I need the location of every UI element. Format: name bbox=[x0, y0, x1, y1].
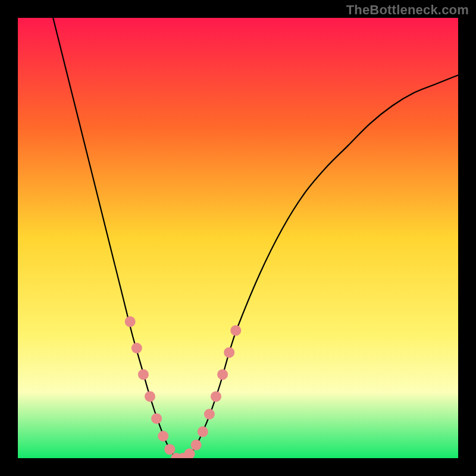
highlight-dot bbox=[138, 369, 149, 380]
highlight-dot bbox=[131, 343, 142, 353]
highlight-dot bbox=[145, 391, 155, 402]
highlight-dot bbox=[151, 413, 162, 424]
highlight-dot bbox=[125, 317, 136, 327]
highlight-dot bbox=[158, 431, 168, 441]
highlight-dot bbox=[230, 325, 241, 336]
highlight-dot bbox=[217, 369, 228, 380]
watermark-text: TheBottleneck.com bbox=[346, 2, 469, 18]
highlight-dot bbox=[211, 391, 221, 402]
highlight-dot bbox=[224, 347, 234, 358]
plot-area bbox=[18, 18, 458, 458]
background-gradient bbox=[18, 18, 458, 458]
highlight-dot bbox=[164, 444, 175, 455]
highlight-dot bbox=[198, 427, 208, 437]
chart-svg bbox=[18, 18, 458, 458]
chart-frame: TheBottleneck.com bbox=[0, 0, 476, 476]
highlight-dot bbox=[204, 409, 215, 419]
highlight-dot bbox=[191, 440, 202, 450]
